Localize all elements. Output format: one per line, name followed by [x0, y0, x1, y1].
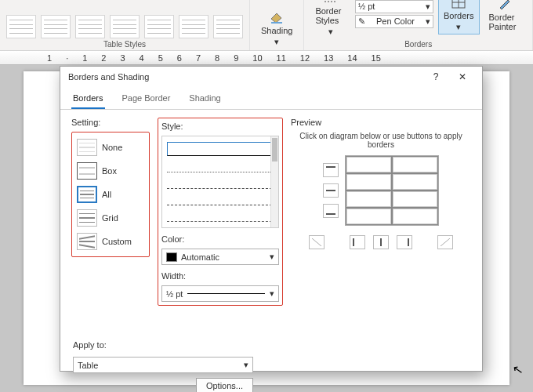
style-option-dotted[interactable] [167, 158, 272, 172]
shading-group: Shading ▾ [250, 0, 304, 50]
svg-line-10 [312, 238, 321, 246]
width-combo[interactable]: ½ pt ▾ [161, 285, 279, 302]
border-center-button[interactable] [373, 235, 389, 249]
color-value: Automatic [181, 252, 219, 262]
border-right-button[interactable] [397, 235, 412, 249]
group-label-styles: Table Styles [103, 40, 146, 49]
style-thumb[interactable] [213, 15, 243, 38]
ribbon: Table Styles Shading ▾ Border Styles ▾ ½… [0, 0, 533, 51]
color-swatch-icon [166, 252, 177, 262]
setting-grid-label: Grid [102, 213, 118, 223]
grid-icon [451, 0, 466, 9]
tab-shading[interactable]: Shading [187, 90, 222, 109]
svg-line-14 [441, 238, 450, 246]
ribbon-btn-label: Borders [444, 11, 474, 20]
setting-none[interactable]: None [75, 136, 146, 159]
pen-color-combo[interactable]: ✎Pen Color▾ [355, 15, 433, 28]
preview-label: Preview [291, 118, 471, 127]
setting-all[interactable]: All [75, 183, 146, 206]
ribbon-btn-label: Border Styles [315, 6, 346, 25]
shading-button[interactable]: Shading ▾ [256, 9, 297, 49]
ribbon-btn-label: Border Painter [489, 13, 521, 31]
border-controls-group: Border Styles ▾ ½ pt▾ ✎Pen Color▾ Border… [304, 0, 533, 50]
width-label: Width: [161, 271, 279, 281]
line-style-icon [323, 0, 339, 5]
dialog-title: Borders and Shading [68, 72, 149, 82]
style-listbox[interactable] [161, 136, 279, 228]
width-value: ½ pt [166, 289, 183, 299]
border-styles-button[interactable]: Border Styles ▾ [310, 0, 350, 38]
color-label: Color: [161, 234, 279, 244]
color-combo[interactable]: Automatic ▾ [161, 249, 279, 265]
preview-hint: Click on diagram below or use buttons to… [291, 132, 471, 149]
chevron-down-icon: ▾ [274, 37, 279, 47]
tab-borders[interactable]: Borders [71, 90, 105, 109]
border-middle-button[interactable] [323, 183, 339, 198]
style-thumb[interactable] [41, 15, 71, 38]
borders-shading-dialog: Borders and Shading ? ✕ Borders Page Bor… [60, 66, 483, 372]
border-diag-down-button[interactable] [309, 235, 325, 249]
tab-page-border[interactable]: Page Border [121, 90, 172, 109]
svg-rect-0 [271, 22, 282, 24]
group-label-borders: Borders [404, 40, 432, 49]
preview-diagram[interactable] [345, 155, 439, 226]
close-button[interactable]: ✕ [451, 71, 474, 82]
style-option-dash2[interactable] [167, 191, 272, 205]
style-thumb[interactable] [144, 15, 174, 38]
setting-column: Setting: None Box All Grid [71, 118, 150, 306]
chevron-down-icon: ▾ [456, 22, 461, 32]
pen-icon: ✎ [358, 16, 365, 27]
chevron-down-icon: ▾ [426, 16, 430, 27]
border-top-button[interactable] [323, 163, 339, 177]
style-option-solid[interactable] [167, 142, 272, 156]
help-button[interactable]: ? [424, 71, 448, 82]
style-label: Style: [161, 122, 279, 131]
border-left-button[interactable] [350, 235, 365, 249]
table-styles-gallery[interactable] [6, 15, 243, 38]
ruler[interactable]: 1·123456789101112131415 [0, 51, 533, 65]
style-option-dashed[interactable] [167, 175, 272, 189]
dialog-titlebar: Borders and Shading ? ✕ [60, 67, 482, 87]
horizontal-border-buttons [323, 163, 339, 218]
dialog-tabs: Borders Page Border Shading [60, 87, 482, 110]
setting-options-highlight: None Box All Grid Custom [71, 132, 150, 257]
chevron-down-icon: ▾ [328, 27, 333, 37]
vertical-border-buttons [291, 235, 471, 249]
chevron-down-icon: ▾ [270, 289, 274, 299]
border-width-combo[interactable]: ½ pt▾ [355, 0, 433, 13]
setting-label: Setting: [71, 118, 150, 127]
border-painter-button[interactable]: Border Painter [484, 0, 526, 33]
apply-section: Apply to: Table ▾ Options... [60, 336, 482, 392]
chevron-down-icon: ▾ [244, 360, 248, 370]
setting-none-label: None [102, 143, 122, 152]
scrollbar[interactable] [270, 136, 278, 227]
setting-all-label: All [102, 190, 111, 199]
style-column: Style: Color: Automatic ▾ Width: ½ pt [158, 118, 283, 306]
options-button[interactable]: Options... [196, 378, 253, 392]
style-option-dashdot[interactable] [167, 208, 272, 222]
border-diag-up-button[interactable] [437, 235, 453, 249]
border-bottom-button[interactable] [323, 204, 339, 218]
apply-label: Apply to: [73, 340, 470, 350]
style-thumb[interactable] [6, 15, 36, 38]
apply-value: Table [78, 361, 98, 370]
setting-grid[interactable]: Grid [75, 206, 146, 230]
setting-box[interactable]: Box [75, 159, 146, 183]
style-thumb[interactable] [75, 15, 105, 38]
borders-button[interactable]: Borders ▾ [438, 0, 480, 34]
chevron-down-icon: ▾ [426, 2, 430, 12]
apply-combo[interactable]: Table ▾ [73, 357, 253, 373]
style-thumb[interactable] [179, 15, 208, 38]
bucket-icon [269, 10, 285, 24]
ribbon-btn-label: Shading [261, 26, 292, 35]
preview-column: Preview Click on diagram below or use bu… [291, 118, 471, 306]
setting-custom[interactable]: Custom [75, 230, 146, 253]
brush-icon [497, 0, 513, 11]
table-styles-group: Table Styles [0, 0, 250, 50]
style-thumb[interactable] [110, 15, 140, 38]
setting-custom-label: Custom [102, 237, 132, 246]
chevron-down-icon: ▾ [270, 252, 274, 262]
setting-box-label: Box [102, 166, 117, 176]
